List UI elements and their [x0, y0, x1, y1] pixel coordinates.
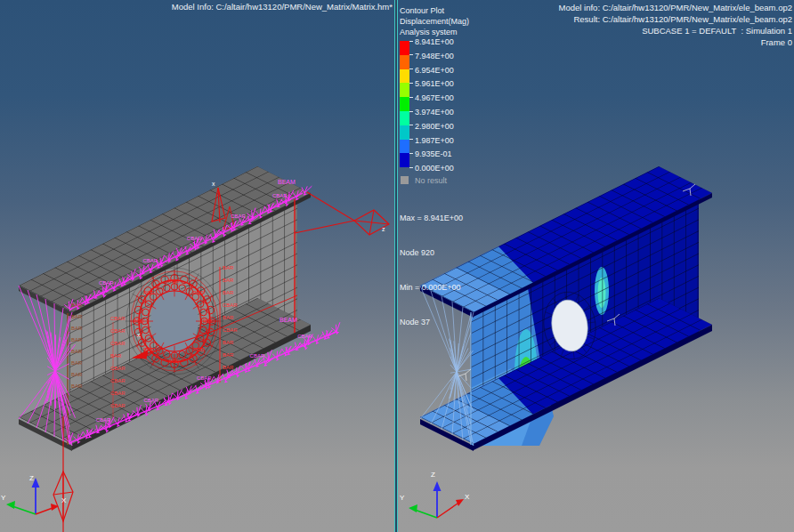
- svg-text:BAR: BAR: [223, 265, 234, 270]
- svg-text:ROD: ROD: [168, 359, 179, 364]
- svg-text:Y: Y: [1, 494, 6, 502]
- triad-right: Z Y X: [400, 471, 470, 518]
- svg-text:CBAR: CBAR: [110, 341, 126, 346]
- svg-text:ROD: ROD: [168, 278, 179, 284]
- legend-min-node: Node 37: [400, 317, 533, 328]
- svg-text:BEAM: BEAM: [280, 317, 297, 323]
- svg-text:BAR: BAR: [71, 383, 83, 389]
- left-viewport[interactable]: RODRODRODRODRODRODRODROD: [0, 0, 394, 532]
- svg-text:CBAR: CBAR: [143, 398, 158, 403]
- legend-max-node: Node 920: [400, 247, 533, 259]
- svg-text:CBAR: CBAR: [110, 391, 126, 396]
- svg-text:BEAM: BEAM: [278, 179, 296, 185]
- svg-text:ROD: ROD: [193, 290, 204, 295]
- svg-text:BAR: BAR: [71, 360, 83, 366]
- svg-text:CBAR: CBAR: [99, 280, 114, 286]
- svg-text:ROD: ROD: [143, 290, 154, 295]
- svg-text:CBAR: CBAR: [142, 258, 158, 263]
- legend-max: Max = 8.941E+00: [400, 213, 533, 224]
- svg-text:BAR: BAR: [71, 314, 83, 319]
- svg-text:BAR: BAR: [110, 353, 122, 359]
- svg-text:Y: Y: [400, 494, 405, 502]
- y-axis-arrow: [409, 504, 417, 512]
- legend-title: Contour Plot: [400, 5, 533, 16]
- svg-text:CBAR: CBAR: [187, 236, 202, 241]
- svg-text:X: X: [465, 493, 470, 501]
- svg-text:z: z: [382, 226, 385, 232]
- svg-text:ROD: ROD: [203, 318, 214, 324]
- svg-text:BAR: BAR: [71, 302, 83, 308]
- svg-text:CBAR: CBAR: [96, 417, 111, 423]
- svg-text:BAR: BAR: [223, 365, 234, 370]
- svg-text:BAR: BAR: [223, 315, 234, 320]
- z-axis-arrow: [433, 481, 442, 491]
- legend-subtitle: Displacement(Mag): [400, 16, 533, 27]
- legend-min: Min = 0.000E+00: [400, 282, 533, 294]
- svg-text:ROD: ROD: [193, 347, 204, 352]
- model-view-left[interactable]: RODRODRODRODRODRODRODROD: [0, 0, 394, 532]
- x-axis-arrow: [456, 499, 464, 506]
- svg-text:Z: Z: [29, 474, 34, 482]
- svg-text:BAR: BAR: [71, 326, 83, 331]
- y-axis-arrow: [6, 501, 15, 509]
- right-viewport[interactable]: Z Y X Model info: C:/altair/hw13120/PMR/…: [398, 0, 794, 532]
- contour-legend: Contour Plot Displacement(Mag) Analysis …: [400, 5, 533, 351]
- svg-text:BAR: BAR: [223, 278, 234, 283]
- svg-text:X: X: [61, 496, 67, 504]
- svg-text:BAR: BAR: [223, 340, 234, 345]
- svg-text:CBAR: CBAR: [110, 328, 126, 334]
- svg-text:x: x: [212, 181, 215, 187]
- svg-text:BAR: BAR: [71, 337, 83, 343]
- svg-text:x: x: [137, 332, 141, 338]
- svg-text:ROD: ROD: [134, 318, 144, 324]
- svg-text:CBAR: CBAR: [297, 334, 312, 339]
- svg-text:BAR: BAR: [71, 372, 83, 377]
- svg-text:Z: Z: [431, 471, 435, 479]
- svg-text:CBAR: CBAR: [110, 403, 126, 408]
- svg-text:CBAR: CBAR: [197, 375, 212, 381]
- svg-text:BAR: BAR: [223, 352, 234, 358]
- no-result-swatch: [401, 176, 409, 184]
- svg-text:BAR: BAR: [223, 290, 234, 295]
- svg-text:CBAR: CBAR: [110, 378, 126, 383]
- svg-text:CBAR: CBAR: [223, 327, 238, 333]
- hyperview-window: RODRODRODRODRODRODRODROD: [0, 0, 794, 532]
- legend-colorbar: 8.941E+007.948E+006.954E+005.961E+004.96…: [400, 41, 533, 168]
- svg-text:CBAR: CBAR: [110, 316, 126, 321]
- legend-no-result: No result: [400, 175, 533, 186]
- svg-text:CBAR: CBAR: [110, 366, 126, 371]
- left-viewport-title: Model Info: C:/altair/hw13120/PMR/New_Ma…: [0, 2, 393, 12]
- svg-text:CBAR: CBAR: [231, 214, 246, 219]
- svg-text:CBAR: CBAR: [250, 353, 265, 359]
- svg-text:CBAR: CBAR: [223, 302, 238, 308]
- svg-text:BAR: BAR: [71, 349, 83, 354]
- svg-text:CBAR: CBAR: [272, 193, 288, 198]
